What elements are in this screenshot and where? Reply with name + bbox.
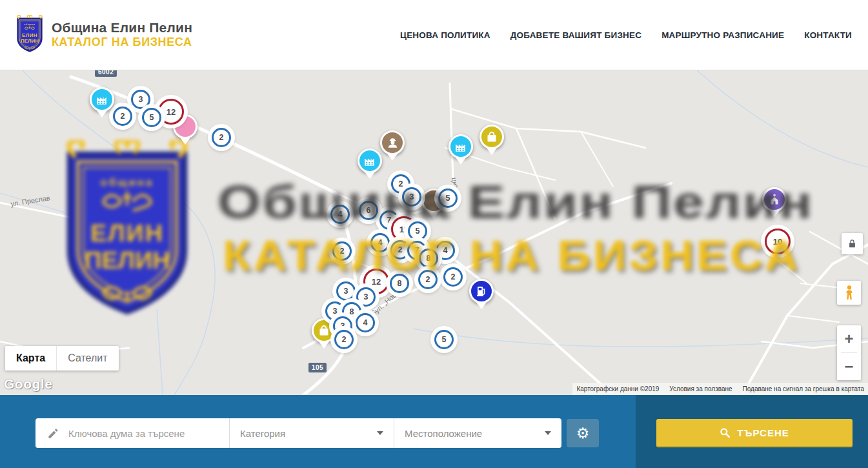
category-select[interactable]: Категория (229, 418, 394, 448)
map-cluster-marker[interactable]: 3 (356, 287, 376, 307)
map-cluster-marker[interactable]: 2 (334, 330, 354, 349)
attribution-link[interactable]: Подаване на сигнал за грешка в картата (743, 385, 864, 392)
pencil-icon (47, 427, 59, 440)
main-nav: ЦЕНОВА ПОЛИТИКАДОБАВЕТЕ ВАШИЯТ БИЗНЕСМАР… (400, 0, 852, 70)
svg-text:ПЕЛИН: ПЕЛИН (21, 38, 39, 44)
attribution-text: Картографски данни ©2019 (576, 385, 659, 392)
gear-icon: ⚙ (576, 426, 590, 441)
map-cluster-marker[interactable]: 5 (434, 330, 454, 349)
svg-text:община: община (101, 176, 154, 188)
map-cluster-marker[interactable]: 4 (356, 313, 375, 332)
bag-icon (485, 130, 498, 143)
site-subtitle: КАТАЛОГ НА БИЗНЕСА (52, 36, 192, 49)
map-pin-factory[interactable] (449, 134, 473, 159)
site-logo[interactable]: община ЕЛИН ПЕЛИН Община Елин Пелин КАТА… (14, 14, 192, 54)
map-lock-button[interactable] (842, 233, 863, 254)
worker-icon (386, 136, 399, 150)
map-cluster-marker[interactable]: 12 (158, 99, 184, 125)
google-logo[interactable]: Google (4, 376, 52, 392)
pegman-icon (842, 285, 856, 301)
search-icon (720, 427, 731, 438)
map-type-control: Карта Сателит (5, 346, 119, 371)
category-select-label: Категория (240, 428, 377, 439)
keyword-search-input[interactable] (67, 427, 216, 440)
zoom-in-button[interactable]: + (837, 325, 861, 352)
search-fields-group: Категория Местоположение (35, 418, 561, 448)
map-cluster-marker[interactable]: 3 (336, 281, 356, 301)
zoom-control: + − (837, 325, 861, 380)
svg-text:ЕЛИН: ЕЛИН (90, 219, 164, 247)
factory-icon (363, 154, 377, 168)
header: община ЕЛИН ПЕЛИН Община Елин Пелин КАТА… (0, 0, 868, 70)
map-pin-bag[interactable] (479, 125, 504, 149)
street-view-pegman-button[interactable] (837, 281, 861, 305)
road-shield-label: 6002 (95, 70, 117, 77)
nav-item-0[interactable]: ЦЕНОВА ПОЛИТИКА (400, 30, 490, 40)
map-pin-bag[interactable] (312, 318, 336, 343)
attribution-link[interactable]: Условия за ползване (669, 385, 732, 392)
map-pin-factory[interactable] (90, 87, 114, 112)
zoom-out-button[interactable]: − (837, 353, 861, 380)
watermark-subtitle: КАТАЛОГ НА БИЗНЕСА (223, 232, 801, 280)
search-bar: Категория Местоположение ⚙ ТЪРСЕНЕ (0, 395, 868, 468)
chevron-down-icon (545, 431, 551, 435)
site-title: Община Елин Пелин (52, 20, 192, 36)
nav-item-2[interactable]: МАРШРУТНО РАЗПИСАНИЕ (661, 30, 784, 40)
location-select[interactable]: Местоположение (394, 418, 561, 448)
keyword-field-section (35, 418, 229, 448)
map-cluster-marker[interactable]: 2 (212, 128, 231, 147)
map-pin-factory[interactable] (358, 148, 382, 173)
map-pin-gas[interactable] (469, 279, 494, 303)
factory-icon (454, 140, 468, 154)
svg-text:ПЕЛИН: ПЕЛИН (84, 247, 170, 274)
nav-item-3[interactable]: КОНТАКТИ (804, 30, 852, 40)
svg-text:община: община (24, 23, 35, 26)
search-button[interactable]: ТЪРСЕНЕ (656, 419, 853, 447)
map-cluster-marker[interactable]: 3 (131, 90, 150, 109)
map-cluster-marker[interactable]: 2 (113, 107, 132, 126)
watermark-title: Община Елин Пелин (217, 176, 814, 229)
map-cluster-marker[interactable]: 5 (142, 108, 161, 127)
map-attribution: Картографски данни ©2019Условия за ползв… (572, 383, 868, 395)
bag-icon (318, 324, 330, 337)
municipality-crest-icon: община ЕЛИН ПЕЛИН (14, 14, 45, 54)
lock-icon (847, 239, 857, 249)
chevron-down-icon (377, 431, 383, 435)
svg-text:ЕЛИН: ЕЛИН (22, 32, 37, 38)
gas-icon (475, 285, 488, 298)
location-select-label: Местоположение (405, 428, 545, 439)
advanced-settings-button[interactable]: ⚙ (567, 419, 599, 447)
road-shield-label: 105 (308, 363, 327, 372)
search-button-label: ТЪРСЕНЕ (737, 427, 789, 438)
map-canvas[interactable]: община ЕЛИН ПЕЛИН Община Елин Пелин КАТА… (0, 70, 868, 395)
nav-item-1[interactable]: ДОБАВЕТЕ ВАШИЯТ БИЗНЕС (510, 30, 641, 40)
watermark-crest: община ЕЛИН ПЕЛИН (53, 140, 201, 320)
map-pin-worker[interactable] (380, 130, 405, 155)
map-type-map-button[interactable]: Карта (5, 346, 56, 371)
map-type-satellite-button[interactable]: Сателит (56, 346, 118, 371)
factory-icon (96, 93, 109, 107)
